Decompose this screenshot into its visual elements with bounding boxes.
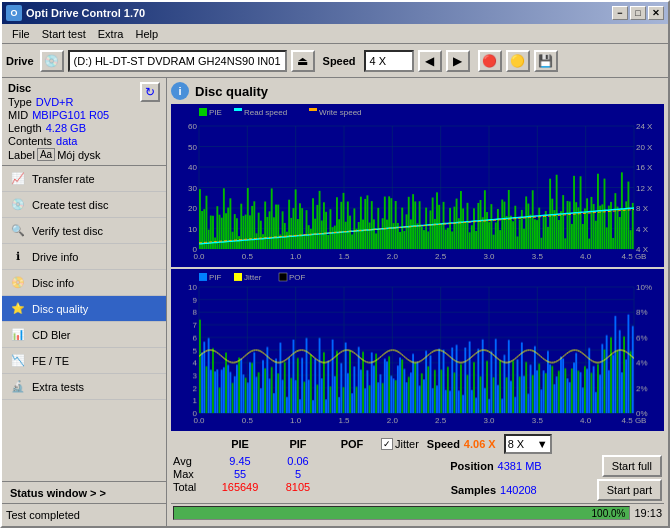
stat-row-max: Max 55 5 [173,468,327,480]
speed-left-btn[interactable]: ◀ [418,50,442,72]
sidebar-item-cd-bler[interactable]: 📊 CD Bler [2,322,166,348]
menu-file[interactable]: File [6,26,36,42]
stats-header-row: PIE PIF POF ✓ Jitter Speed 4.06 X 8 X ▼ [173,434,662,454]
stat-row-total: Total 165649 8105 [173,481,327,493]
position-container: Position 4381 MB [450,460,541,472]
samples-container: Samples 140208 [451,484,537,496]
time-display: 19:13 [634,507,662,519]
mid-value: MBIPG101 R05 [32,109,109,121]
samples-row: Samples 140208 Start part [451,479,662,501]
label-key: Label [8,149,35,161]
refresh-disc-button[interactable]: ↻ [140,82,160,102]
drive-icon-btn[interactable]: 💿 [40,50,64,72]
pie-header: PIE [211,438,269,450]
drive-info-icon: ℹ [10,249,26,265]
content-area: i Disc quality PIE PIF POF ✓ Jitter [167,78,668,526]
total-pie: 165649 [211,481,269,493]
mid-key: MID [8,109,28,121]
transfer-rate-icon: 📈 [10,171,26,187]
max-pie: 55 [211,468,269,480]
menu-help[interactable]: Help [129,26,164,42]
position-row: Position 4381 MB Start full [450,455,662,477]
stats-data-rows: Avg 9.45 0.06 Max 55 5 Total 165649 [173,455,327,493]
cd-bler-icon: 📊 [10,327,26,343]
create-test-disc-icon: 💿 [10,197,26,213]
toolbar-btn1[interactable]: 🔴 [478,50,502,72]
speed-select[interactable]: 4 X [364,50,414,72]
toolbar: Drive 💿 (D:) HL-DT-ST DVDRAM GH24NS90 IN… [2,44,668,78]
status-bar: Test completed [2,504,166,526]
content-title: Disc quality [195,84,268,99]
status-section: Status window > > Test completed [2,481,166,526]
window-title: Opti Drive Control 1.70 [26,7,612,19]
sidebar-item-transfer-rate[interactable]: 📈 Transfer rate [2,166,166,192]
speed-dropdown-btn[interactable]: 8 X ▼ [504,434,552,454]
toolbar-btn3[interactable]: 💾 [534,50,558,72]
progress-fill [174,507,629,519]
speed-stat-label: Speed [427,438,460,450]
fe-te-icon: 📉 [10,353,26,369]
sidebar-nav: 📈 Transfer rate 💿 Create test disc 🔍 Ver… [2,166,166,481]
sidebar-item-disc-info[interactable]: 📀 Disc info [2,270,166,296]
contents-key: Contents [8,135,52,147]
minimize-button[interactable]: − [612,6,628,20]
content-icon: i [171,82,189,100]
max-label: Max [173,468,211,480]
type-value: DVD+R [36,96,74,108]
progress-area: 100.0% 19:13 [171,503,664,522]
disc-info-icon: 📀 [10,275,26,291]
start-full-button[interactable]: Start full [602,455,662,477]
position-value: 4381 MB [498,460,542,472]
menu-start-test[interactable]: Start test [36,26,92,42]
speed-label: Speed [323,55,356,67]
close-button[interactable]: ✕ [648,6,664,20]
menu-bar: File Start test Extra Help [2,24,668,44]
jitter-check-container: ✓ Jitter [381,438,419,450]
speed-dropdown[interactable]: 8 X ▼ [504,434,552,454]
drive-label: Drive [6,55,34,67]
toolbar-btn2[interactable]: 🟡 [506,50,530,72]
status-window-button[interactable]: Status window > > [2,482,166,504]
sidebar-item-extra-tests[interactable]: 🔬 Extra tests [2,374,166,400]
menu-extra[interactable]: Extra [92,26,130,42]
status-text: Test completed [6,509,162,521]
length-value: 4.28 GB [46,122,86,134]
charts-wrapper [171,104,664,431]
sidebar-item-fe-te[interactable]: 📉 FE / TE [2,348,166,374]
right-stats-area: Position 4381 MB Start full Samples 1402… [450,455,662,501]
sidebar-item-drive-info[interactable]: ℹ Drive info [2,244,166,270]
sidebar-item-verify-test-disc[interactable]: 🔍 Verify test disc [2,218,166,244]
app-icon: O [6,5,22,21]
pif-header: PIF [269,438,327,450]
max-pif: 5 [269,468,327,480]
sidebar: Disc Type DVD+R MID MBIPG101 R05 Length … [2,78,167,526]
jitter-checkbox[interactable]: ✓ [381,438,393,450]
sidebar-item-create-test-disc[interactable]: 💿 Create test disc [2,192,166,218]
eject-button[interactable]: ⏏ [291,50,315,72]
stats-panel: PIE PIF POF ✓ Jitter Speed 4.06 X 8 X ▼ [171,431,664,503]
title-bar: O Opti Drive Control 1.70 − □ ✕ [2,2,668,24]
avg-pie: 9.45 [211,455,269,467]
avg-label: Avg [173,455,211,467]
stats-data-area: Avg 9.45 0.06 Max 55 5 Total 165649 [173,455,662,501]
sidebar-item-disc-quality[interactable]: ⭐ Disc quality [2,296,166,322]
disc-section-title: Disc [8,82,140,94]
status-window-label: Status window > > [10,487,106,499]
speed-stat-value: 4.06 X [464,438,496,450]
content-header: i Disc quality [171,82,664,100]
stat-row-avg: Avg 9.45 0.06 [173,455,327,467]
pof-header: POF [327,438,377,450]
verify-test-disc-icon: 🔍 [10,223,26,239]
contents-value: data [56,135,77,147]
extra-tests-icon: 🔬 [10,379,26,395]
drive-select[interactable]: (D:) HL-DT-ST DVDRAM GH24NS90 IN01 [68,50,287,72]
progress-text: 100.0% [592,507,626,521]
length-key: Length [8,122,42,134]
start-part-button[interactable]: Start part [597,479,662,501]
speed-right-btn[interactable]: ▶ [446,50,470,72]
window-controls: − □ ✕ [612,6,664,20]
label-value: Mój dysk [57,149,100,161]
main-window: O Opti Drive Control 1.70 − □ ✕ File Sta… [0,0,670,528]
maximize-button[interactable]: □ [630,6,646,20]
samples-value: 140208 [500,484,537,496]
